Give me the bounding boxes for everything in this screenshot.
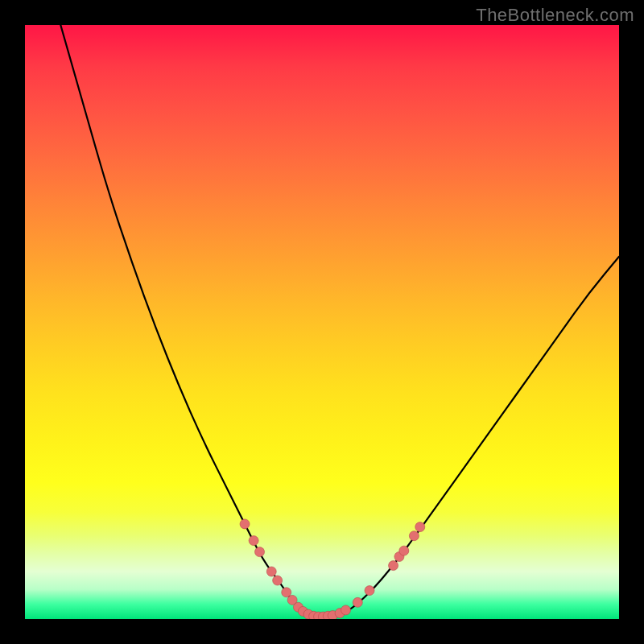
bottleneck-curve-path: [60, 25, 619, 617]
bottleneck-curve-svg: [25, 25, 619, 619]
curve-marker: [273, 576, 283, 585]
curve-marker: [249, 536, 258, 546]
curve-marker: [409, 531, 419, 541]
curve-marker: [353, 597, 362, 607]
curve-marker: [240, 519, 250, 529]
curve-marker: [255, 547, 265, 557]
curve-marker: [365, 586, 374, 596]
plot-area: [25, 25, 619, 619]
curve-marker: [415, 522, 425, 532]
curve-marker: [389, 561, 398, 571]
chart-container: TheBottleneck.com: [0, 0, 644, 644]
curve-marker: [399, 546, 409, 555]
curve-markers: [240, 519, 425, 619]
curve-marker: [266, 567, 276, 576]
curve-marker: [341, 605, 351, 615]
watermark-text: TheBottleneck.com: [476, 5, 634, 26]
